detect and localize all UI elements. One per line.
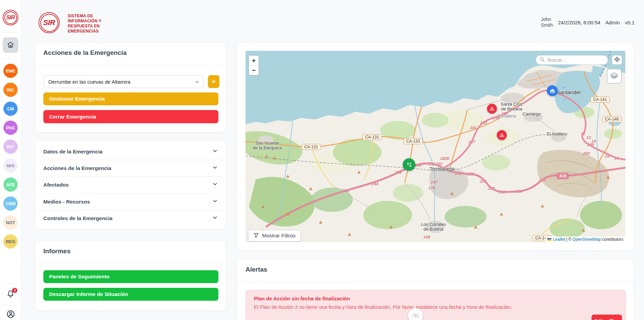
map-town-label: de la Barquera bbox=[253, 145, 281, 150]
peak-icon bbox=[265, 155, 268, 158]
alert-item: Plan de Acción sin fecha de finalización… bbox=[245, 290, 626, 320]
sidebar-item-not[interactable]: NOT bbox=[3, 215, 18, 230]
warning-map-marker[interactable] bbox=[497, 130, 507, 140]
road-ref-label: 193 bbox=[480, 121, 487, 125]
sidebar-item-cm[interactable]: CM bbox=[3, 102, 18, 116]
sidebar-logo[interactable]: SIR bbox=[3, 10, 18, 25]
road-ref-label: 232 231 bbox=[428, 162, 443, 166]
map-layers-button[interactable] bbox=[607, 69, 622, 84]
sidebar-item-pae[interactable]: PAE bbox=[3, 121, 18, 135]
accordion-section-acciones-de-la-emergencia[interactable]: Acciones de la Emergencia bbox=[35, 160, 226, 177]
divider bbox=[3, 58, 18, 59]
divider bbox=[3, 305, 18, 305]
reports-card: Informes Paneles de SeguimientoDescargar… bbox=[35, 241, 226, 311]
map-town-label: de Buelna bbox=[424, 227, 444, 232]
peak-icon bbox=[348, 233, 351, 236]
map-labels-layer: SantanderSanta Cruzde BezanaCamargoEl As… bbox=[245, 51, 625, 242]
map-town-label: Los Corrales bbox=[421, 222, 446, 227]
road-ref-label: 218 bbox=[499, 190, 506, 194]
account-button[interactable] bbox=[6, 310, 15, 320]
close-emergency-button[interactable]: Cerrar Emergencia bbox=[43, 110, 218, 123]
alerts-card: Alertas Plan de Acción sin fecha de fina… bbox=[237, 259, 634, 320]
map-zoom-control: + − bbox=[249, 55, 259, 76]
accordion-section-afectados[interactable]: Afectados bbox=[35, 177, 226, 193]
road-ref-label: 197 bbox=[605, 154, 612, 158]
warning-map-marker[interactable] bbox=[487, 104, 497, 114]
accordion-section-datos-de-la-emergencia[interactable]: Datos de la Emergencia bbox=[35, 144, 226, 160]
map-card: SantanderSanta Cruzde BezanaCamargoEl As… bbox=[237, 42, 634, 251]
sidebar-item-pat[interactable]: PAT bbox=[3, 140, 18, 154]
sidebar-item-eme[interactable]: EME bbox=[3, 64, 18, 78]
mountain-fab-button[interactable] bbox=[408, 308, 423, 320]
road-ref-label: 187 bbox=[468, 140, 475, 144]
facility-map-marker[interactable] bbox=[547, 85, 558, 96]
sidebar-item-reg[interactable]: REG bbox=[3, 234, 18, 249]
sidebar-item-home[interactable] bbox=[3, 37, 18, 53]
search-input[interactable] bbox=[548, 57, 609, 63]
sidebar-item-mis[interactable]: MIS bbox=[3, 158, 18, 173]
peak-icon bbox=[500, 213, 503, 216]
divider bbox=[35, 262, 226, 262]
road-ref-label: 182B bbox=[440, 156, 450, 161]
peak-icon bbox=[450, 192, 454, 195]
home-icon bbox=[6, 41, 15, 50]
road-ref-label: 147 bbox=[431, 180, 438, 184]
accordion-label: Acciones de la Emergencia bbox=[43, 165, 111, 171]
road-ref-label: 195 bbox=[493, 116, 500, 120]
peak-icon bbox=[541, 205, 544, 208]
chevron-down-icon bbox=[212, 148, 218, 155]
mountains-icon bbox=[411, 311, 420, 320]
emergency-select[interactable]: Derrumbe en las cuevas de Altamira bbox=[43, 75, 204, 88]
map-town-label: de Bezana bbox=[501, 106, 522, 111]
user-account-icon bbox=[6, 314, 15, 320]
tactics-map-marker[interactable] bbox=[403, 158, 415, 171]
map-town-label: Torrelavega bbox=[429, 166, 454, 172]
road-ref-label: 238 bbox=[395, 170, 402, 174]
road-ref-label: 220 bbox=[488, 186, 495, 190]
accordion-section-controles-de-la-emergencia[interactable]: Controles de la Emergencia bbox=[35, 210, 226, 227]
layers-icon bbox=[610, 71, 619, 81]
sidebar-item-inc[interactable]: INC bbox=[3, 83, 18, 97]
notifications-count-badge: 3 bbox=[12, 288, 17, 293]
map-search-box[interactable] bbox=[536, 55, 608, 65]
zoom-in-button[interactable]: + bbox=[249, 56, 259, 65]
emergency-sections-card: Datos de la EmergenciaAcciones de la Eme… bbox=[35, 141, 226, 229]
chevron-down-icon bbox=[212, 182, 218, 188]
search-icon bbox=[539, 57, 545, 64]
peak-icon bbox=[273, 156, 276, 159]
card-title: Informes bbox=[43, 248, 70, 255]
add-emergency-button[interactable]: + bbox=[208, 75, 219, 88]
collapse-map-button[interactable] bbox=[612, 55, 622, 65]
peak-icon bbox=[261, 205, 265, 208]
notifications-button[interactable]: 3 bbox=[6, 290, 15, 300]
manage-emergency-button[interactable]: Gestionar Emergencia bbox=[43, 92, 218, 105]
peak-icon bbox=[389, 226, 393, 229]
header-user-meta: John Smith 24/2/2026, 8:00:54 Admin v0.1 bbox=[541, 17, 635, 28]
map-town-label: Santa Cruz bbox=[500, 102, 522, 107]
sidebar-item-afe[interactable]: AFE bbox=[3, 177, 18, 192]
chevron-down-icon bbox=[212, 215, 218, 222]
peak-icon bbox=[286, 175, 289, 178]
tracking-panels-button[interactable]: Paneles de Seguimiento bbox=[43, 270, 218, 283]
osm-link[interactable]: OpenStreetMap bbox=[573, 237, 601, 242]
accordion-section-medios-recursos[interactable]: Medios - Recursos bbox=[35, 194, 226, 210]
alert-message: El Plan de Acción 2 no tiene una fecha y… bbox=[254, 304, 512, 310]
accordion-label: Controles de la Emergencia bbox=[43, 215, 112, 221]
app-version: v0.1 bbox=[625, 20, 635, 25]
edit-plan-button[interactable]: Editar Plan bbox=[592, 315, 622, 320]
app-logo: SIR bbox=[39, 12, 60, 33]
accordion-label: Afectados bbox=[43, 182, 69, 188]
show-filters-button[interactable]: Mostrar Filtros bbox=[248, 230, 301, 241]
map-canvas[interactable]: SantanderSanta Cruzde BezanaCamargoEl As… bbox=[245, 51, 625, 242]
leaflet-link[interactable]: Leaflet bbox=[553, 237, 565, 242]
accordion-label: Medios - Recursos bbox=[43, 199, 90, 205]
download-situation-report-button[interactable]: Descargar Informe de Situación bbox=[43, 288, 218, 301]
peak-icon bbox=[474, 226, 477, 229]
road-ref-label: 234 bbox=[415, 163, 422, 167]
chevron-down-icon bbox=[212, 198, 218, 205]
zoom-out-button[interactable]: − bbox=[249, 65, 259, 75]
road-ref-label: 214 bbox=[515, 189, 522, 193]
road-ref-label: 191 bbox=[470, 126, 477, 130]
sidebar-item-crm[interactable]: CRM bbox=[3, 196, 18, 211]
road-ref-label: 197 bbox=[501, 111, 509, 115]
